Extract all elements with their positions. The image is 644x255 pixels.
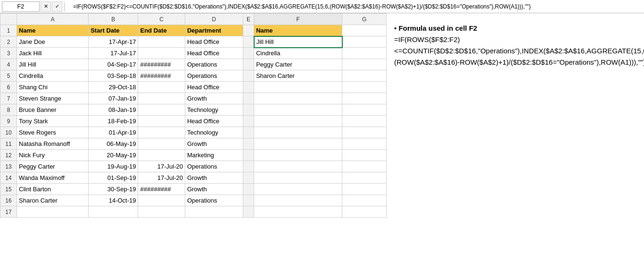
confirm-formula-btn[interactable]: ✓ [52,1,62,12]
cell-d11[interactable]: Growth [185,138,243,150]
cell-d10[interactable]: Technology [185,127,243,138]
cell-b13[interactable]: 19-Aug-19 [89,161,138,172]
cell-c4[interactable]: ######### [138,59,185,70]
cell-g6[interactable] [342,82,387,93]
col-header-f[interactable]: F [254,14,342,25]
cell-f5[interactable]: Sharon Carter [254,70,342,82]
cell-c8[interactable] [138,104,185,116]
cell-f10[interactable] [254,127,342,138]
cell-g13[interactable] [342,161,387,172]
cell-c16[interactable] [138,195,185,206]
cell-g11[interactable] [342,138,387,150]
cell-g5[interactable] [342,70,387,82]
cell-d3[interactable]: Head Office [185,48,243,59]
cell-f7[interactable] [254,93,342,104]
formula-input[interactable] [71,1,642,12]
cell-e5[interactable] [243,70,254,82]
cell-g12[interactable] [342,150,387,161]
cell-b6[interactable]: 29-Oct-18 [89,82,138,93]
cell-g4[interactable] [342,59,387,70]
cell-c14[interactable]: 17-Jul-20 [138,172,185,184]
cell-d17[interactable] [185,206,243,218]
cell-c12[interactable] [138,150,185,161]
cell-a4[interactable]: Jill Hill [17,59,89,70]
cell-c3[interactable] [138,48,185,59]
cell-a13[interactable]: Peggy Carter [17,161,89,172]
cell-a1[interactable]: Name [17,25,89,36]
cell-c7[interactable] [138,93,185,104]
cell-e10[interactable] [243,127,254,138]
cell-g9[interactable] [342,116,387,127]
cell-b9[interactable]: 18-Feb-19 [89,116,138,127]
cell-f13[interactable] [254,161,342,172]
cell-d4[interactable]: Operations [185,59,243,70]
cell-a10[interactable]: Steve Rogers [17,127,89,138]
cell-c10[interactable] [138,127,185,138]
cell-f8[interactable] [254,104,342,116]
cell-f3[interactable]: Cindrella [254,48,342,59]
cell-a16[interactable]: Sharon Carter [17,195,89,206]
cell-c9[interactable] [138,116,185,127]
cell-c11[interactable] [138,138,185,150]
cell-a8[interactable]: Bruce Banner [17,104,89,116]
cell-c1[interactable]: End Date [138,25,185,36]
col-header-g[interactable]: G [342,14,387,25]
cell-a15[interactable]: Clint Barton [17,184,89,195]
cell-e16[interactable] [243,195,254,206]
cell-g14[interactable] [342,172,387,184]
cell-d5[interactable]: Operations [185,70,243,82]
cell-e1[interactable] [243,25,254,36]
cell-f16[interactable] [254,195,342,206]
cell-e2[interactable] [243,36,254,48]
cell-g8[interactable] [342,104,387,116]
cell-a6[interactable]: Shang Chi [17,82,89,93]
cell-c13[interactable]: 17-Jul-20 [138,161,185,172]
cell-g3[interactable] [342,48,387,59]
cell-a7[interactable]: Steven Strange [17,93,89,104]
cell-f17[interactable] [254,206,342,218]
col-header-e[interactable]: E [243,14,254,25]
cell-f2[interactable]: Jill Hill [254,36,342,48]
cell-d14[interactable]: Growth [185,172,243,184]
cell-b17[interactable] [89,206,138,218]
cell-reference-box[interactable] [2,1,40,12]
col-header-d[interactable]: D [185,14,243,25]
cell-a2[interactable]: Jane Doe [17,36,89,48]
cell-d15[interactable]: Growth [185,184,243,195]
cell-g7[interactable] [342,93,387,104]
cell-b4[interactable]: 04-Sep-17 [89,59,138,70]
cell-e13[interactable] [243,161,254,172]
cell-a11[interactable]: Natasha Romanoff [17,138,89,150]
cell-b12[interactable]: 20-May-19 [89,150,138,161]
cell-b16[interactable]: 14-Oct-19 [89,195,138,206]
cell-d13[interactable]: Operations [185,161,243,172]
cell-c5[interactable]: ######### [138,70,185,82]
cell-b11[interactable]: 06-May-19 [89,138,138,150]
cell-e11[interactable] [243,138,254,150]
cell-e15[interactable] [243,184,254,195]
cell-f11[interactable] [254,138,342,150]
cell-e8[interactable] [243,104,254,116]
cell-a5[interactable]: Cindrella [17,70,89,82]
cell-d7[interactable]: Growth [185,93,243,104]
cell-b1[interactable]: Start Date [89,25,138,36]
cell-a14[interactable]: Wanda Maximoff [17,172,89,184]
cell-e17[interactable] [243,206,254,218]
cell-e12[interactable] [243,150,254,161]
cell-a17[interactable] [17,206,89,218]
cancel-formula-btn[interactable]: ✕ [41,1,51,12]
cell-a3[interactable]: Jack Hill [17,48,89,59]
cell-f14[interactable] [254,172,342,184]
cell-b8[interactable]: 08-Jan-19 [89,104,138,116]
cell-b3[interactable]: 17-Jul-17 [89,48,138,59]
cell-e3[interactable] [243,48,254,59]
cell-g15[interactable] [342,184,387,195]
cell-d8[interactable]: Technology [185,104,243,116]
cell-b2[interactable]: 17-Apr-17 [89,36,138,48]
cell-c6[interactable] [138,82,185,93]
cell-f6[interactable] [254,82,342,93]
cell-c2[interactable] [138,36,185,48]
cell-b5[interactable]: 03-Sep-18 [89,70,138,82]
col-header-c[interactable]: C [138,14,185,25]
cell-f4[interactable]: Peggy Carter [254,59,342,70]
